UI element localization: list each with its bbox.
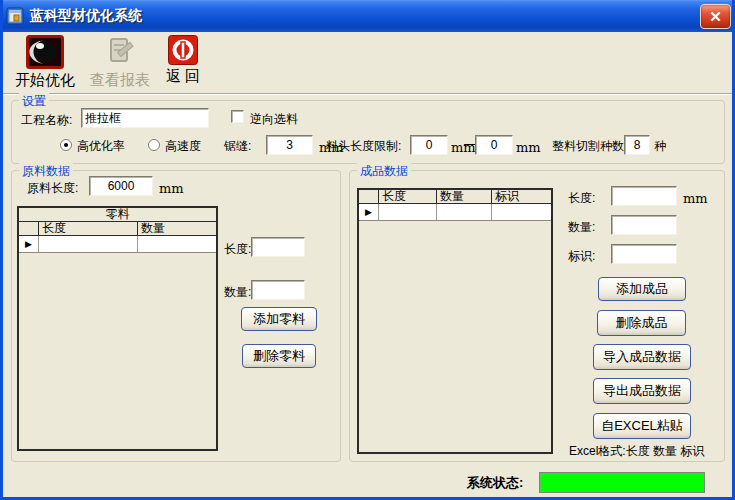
- system-status-indicator: [539, 472, 705, 493]
- view-report-icon: [103, 35, 137, 69]
- scrap-qty-label: 数量:: [224, 284, 251, 301]
- reverse-select-label: 逆向选料: [250, 111, 298, 128]
- product-tag-label: 标识:: [568, 248, 595, 265]
- product-qty-input[interactable]: [611, 215, 677, 235]
- product-table: 长度 数量 标识 ▶: [357, 188, 553, 454]
- product-row-tag[interactable]: [492, 204, 551, 220]
- scrap-length-input[interactable]: [251, 237, 305, 257]
- start-optimize-icon: [26, 35, 64, 69]
- export-product-button[interactable]: 导出成品数据: [593, 378, 691, 404]
- product-row-qty[interactable]: [437, 204, 492, 220]
- product-header-qty: 数量: [437, 190, 492, 203]
- whole-cut-input[interactable]: [624, 135, 650, 155]
- high-speed-radio[interactable]: [148, 139, 160, 151]
- scrap-row-length[interactable]: [39, 236, 138, 252]
- product-header-selector: [359, 190, 379, 203]
- project-name-input[interactable]: [81, 108, 209, 128]
- scrap-row-selector[interactable]: ▶: [19, 236, 39, 252]
- product-row-selector[interactable]: ▶: [359, 204, 379, 220]
- scrap-header-length: 长度: [39, 222, 138, 235]
- scrap-length-label: 长度:: [224, 241, 251, 258]
- scrap-header-selector: [19, 222, 39, 235]
- high-optimize-radio[interactable]: [60, 139, 72, 151]
- scrap-row-qty[interactable]: [138, 236, 216, 252]
- window-title: 蓝科型材优化系统: [30, 7, 142, 25]
- start-optimize-button[interactable]: 开始优化: [7, 35, 83, 93]
- product-qty-label: 数量:: [568, 219, 595, 236]
- raw-material-legend: 原料数据: [19, 163, 73, 180]
- scrap-table-caption: 零料: [19, 208, 216, 222]
- whole-cut-unit: 种: [654, 138, 666, 155]
- product-row-length[interactable]: [379, 204, 437, 220]
- excel-format-hint: Excel格式:长度 数量 标识: [569, 443, 704, 460]
- delete-product-button[interactable]: 删除成品: [597, 310, 686, 336]
- back-button[interactable]: 返 回: [153, 35, 213, 93]
- product-tag-input[interactable]: [611, 244, 677, 264]
- scrap-table: 零料 长度 数量 ▶: [17, 206, 218, 451]
- product-header-tag: 标识: [492, 190, 551, 203]
- head-max-input[interactable]: [475, 135, 513, 155]
- add-scrap-button[interactable]: 添加零料: [241, 307, 317, 331]
- start-optimize-label: 开始优化: [15, 71, 75, 90]
- head-min-input[interactable]: [410, 135, 448, 155]
- high-optimize-label: 高优化率: [77, 138, 125, 155]
- product-length-unit: mm: [683, 191, 708, 206]
- high-speed-label: 高速度: [165, 138, 201, 155]
- whole-cut-label: 整料切割种数:: [552, 138, 627, 155]
- reverse-select-checkbox[interactable]: [231, 110, 244, 123]
- title-bar[interactable]: 蓝科型材优化系统 ✕: [0, 0, 735, 32]
- kerf-label: 锯缝:: [224, 138, 251, 155]
- scrap-qty-input[interactable]: [251, 280, 305, 300]
- product-header-length: 长度: [379, 190, 437, 203]
- raw-length-unit: mm: [159, 181, 184, 196]
- settings-legend: 设置: [19, 93, 49, 110]
- product-length-input[interactable]: [611, 186, 677, 206]
- raw-length-input[interactable]: [89, 176, 153, 196]
- product-table-row[interactable]: ▶: [359, 204, 551, 221]
- paste-from-excel-button[interactable]: 自EXCEL粘贴: [593, 413, 691, 439]
- product-length-label: 长度:: [568, 190, 595, 207]
- back-icon: [168, 35, 198, 65]
- kerf-input[interactable]: [266, 135, 313, 155]
- scrap-table-header: 长度 数量: [19, 222, 216, 236]
- back-label: 返 回: [166, 67, 200, 86]
- add-product-button[interactable]: 添加成品: [598, 277, 686, 301]
- import-product-button[interactable]: 导入成品数据: [593, 344, 691, 370]
- scrap-header-qty: 数量: [138, 222, 216, 235]
- view-report-label: 查看报表: [90, 71, 150, 90]
- delete-scrap-button[interactable]: 删除零料: [242, 344, 316, 368]
- head-limit-label: 料头长度限制:: [326, 138, 401, 155]
- view-report-button[interactable]: 查看报表: [83, 35, 157, 93]
- system-status-label: 系统状态:: [467, 474, 523, 492]
- project-name-label: 工程名称:: [21, 112, 72, 129]
- head-max-unit: mm: [516, 140, 541, 155]
- app-window: 蓝科型材优化系统 ✕ 开始优化 查看报表 返 回 设置 工程名: [0, 0, 735, 500]
- toolbar-separator: [3, 93, 732, 95]
- raw-length-label: 原料长度:: [27, 180, 78, 197]
- close-button[interactable]: ✕: [700, 4, 731, 29]
- product-legend: 成品数据: [357, 163, 411, 180]
- scrap-table-row[interactable]: ▶: [19, 236, 216, 253]
- product-table-header: 长度 数量 标识: [359, 190, 551, 204]
- app-icon: [6, 7, 24, 25]
